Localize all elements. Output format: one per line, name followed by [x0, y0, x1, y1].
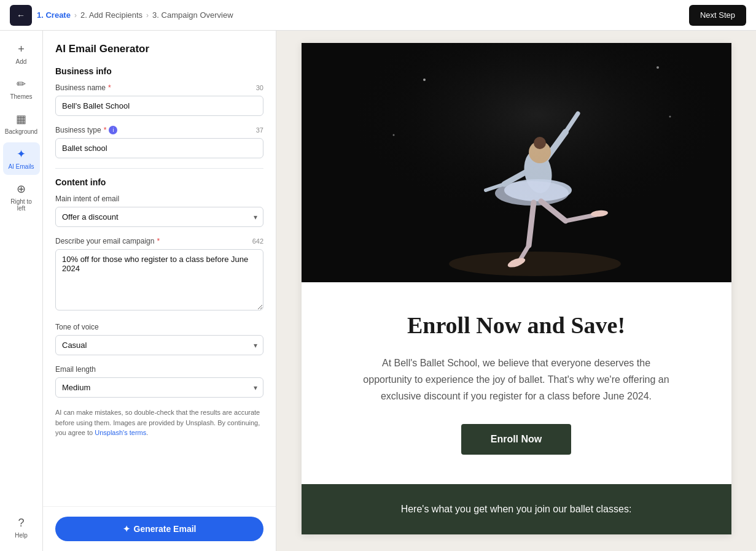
svg-point-20 — [392, 134, 394, 136]
email-length-select[interactable]: Short Medium Long — [55, 377, 263, 398]
info-icon: i — [109, 126, 117, 134]
required-star-2: * — [104, 126, 107, 134]
sidebar-item-ai-emails[interactable]: ✦ AI Emails — [3, 142, 40, 175]
ai-email-panel: AI Email Generator Business info Busines… — [43, 31, 276, 551]
business-name-label: Business name — [55, 83, 106, 92]
generate-email-button[interactable]: ✦ Generate Email — [55, 517, 263, 541]
back-button[interactable]: ← — [10, 5, 32, 26]
svg-point-21 — [669, 116, 671, 118]
tone-label: Tone of voice — [55, 323, 99, 331]
sidebar-item-help[interactable]: ? Help — [3, 512, 40, 544]
campaign-desc-label: Describe your email campaign — [55, 237, 154, 245]
business-name-field-group: Business name * 30 — [55, 83, 263, 116]
email-length-label: Email length — [55, 365, 96, 374]
ballet-dancer-illustration — [302, 43, 731, 282]
business-type-label: Business type — [55, 126, 101, 134]
themes-icon: ✏ — [17, 77, 26, 91]
email-footer-text: Here's what you get when you join our ba… — [338, 504, 695, 515]
main-layout: + Add ✏ Themes ▦ Background ✦ AI Emails … — [0, 31, 756, 551]
campaign-desc-label-row: Describe your email campaign * 642 — [55, 237, 263, 245]
email-footer-banner: Here's what you get when you join our ba… — [302, 484, 731, 534]
help-label: Help — [15, 532, 28, 539]
business-type-field-group: Business type * i 37 — [55, 126, 263, 158]
help-icon: ? — [18, 517, 24, 530]
add-label: Add — [16, 58, 27, 65]
main-intent-select-wrapper: Offer a discount Announce event Newslett… — [55, 207, 263, 227]
main-intent-select[interactable]: Offer a discount Announce event Newslett… — [55, 207, 263, 227]
generate-email-label: Generate Email — [134, 524, 197, 534]
business-name-input[interactable] — [55, 96, 263, 116]
email-hero-image — [302, 43, 731, 282]
top-navigation: ← 1. Create › 2. Add Recipients › 3. Cam… — [0, 0, 756, 31]
disclaimer-text: AI can make mistakes, so double-check th… — [55, 407, 263, 438]
breadcrumb: 1. Create › 2. Add Recipients › 3. Campa… — [37, 10, 684, 20]
divider — [55, 168, 263, 169]
svg-rect-17 — [302, 43, 731, 282]
right-to-left-icon: ⊕ — [17, 182, 26, 196]
sidebar-item-add[interactable]: + Add — [3, 38, 40, 70]
themes-label: Themes — [10, 93, 32, 100]
sparkle-icon: ✦ — [123, 524, 130, 534]
chevron-icon: › — [74, 11, 77, 20]
tone-label-row: Tone of voice — [55, 323, 263, 331]
tone-select[interactable]: Casual Formal Friendly Professional — [55, 335, 263, 355]
email-content-block: Enroll Now and Save! At Bell's Ballet Sc… — [302, 282, 731, 484]
tone-field-group: Tone of voice Casual Formal Friendly Pro… — [55, 323, 263, 355]
campaign-desc-field-group: Describe your email campaign * 642 10% o… — [55, 237, 263, 313]
business-name-char-count: 30 — [256, 84, 263, 91]
content-info-section: Content info — [55, 177, 263, 187]
campaign-desc-textarea[interactable]: 10% off for those who register to a clas… — [55, 249, 263, 310]
sidebar-item-background[interactable]: ▦ Background — [3, 107, 40, 140]
svg-point-18 — [423, 79, 426, 81]
sidebar-item-right-to-left[interactable]: ⊕ Right to left — [3, 177, 40, 217]
step-3[interactable]: 3. Campaign Overview — [152, 10, 233, 20]
chevron-icon-2: › — [146, 11, 149, 20]
enroll-now-button[interactable]: Enroll Now — [461, 424, 572, 455]
business-type-label-row: Business type * i 37 — [55, 126, 263, 134]
sidebar-item-themes[interactable]: ✏ Themes — [3, 72, 40, 105]
panel-title: AI Email Generator — [55, 43, 263, 55]
unsplash-link[interactable]: Unsplash's terms — [95, 429, 146, 436]
tone-select-wrapper: Casual Formal Friendly Professional ▾ — [55, 335, 263, 355]
email-length-field-group: Email length Short Medium Long ▾ — [55, 365, 263, 398]
panel-footer: ✦ Generate Email — [43, 506, 276, 551]
campaign-char-count: 642 — [252, 237, 263, 245]
ai-emails-icon: ✦ — [17, 147, 26, 161]
business-name-label-row: Business name * 30 — [55, 83, 263, 92]
business-type-input[interactable] — [55, 138, 263, 158]
background-label: Background — [5, 128, 37, 135]
right-to-left-label: Right to left — [7, 198, 36, 212]
email-length-select-wrapper: Short Medium Long ▾ — [55, 377, 263, 398]
ai-emails-label: AI Emails — [8, 163, 34, 170]
step-1[interactable]: 1. Create — [37, 10, 71, 20]
main-intent-label: Main intent of email — [55, 195, 119, 203]
svg-point-19 — [657, 66, 659, 69]
back-icon: ← — [17, 10, 25, 20]
email-length-label-row: Email length — [55, 365, 263, 374]
business-type-char-count: 37 — [256, 126, 263, 134]
email-preview-area: Enroll Now and Save! At Bell's Ballet Sc… — [276, 31, 756, 551]
email-preview: Enroll Now and Save! At Bell's Ballet Sc… — [302, 43, 731, 534]
icon-bar: + Add ✏ Themes ▦ Background ✦ AI Emails … — [0, 31, 43, 551]
email-body-text: At Bell's Ballet School, we believe that… — [357, 355, 676, 405]
next-step-button[interactable]: Next Step — [689, 5, 746, 26]
add-icon: + — [18, 43, 25, 56]
required-star-3: * — [157, 237, 160, 245]
panel-body: AI Email Generator Business info Busines… — [43, 31, 276, 506]
background-icon: ▦ — [16, 112, 26, 126]
step-2[interactable]: 2. Add Recipients — [80, 10, 142, 20]
business-info-section: Business info — [55, 66, 263, 76]
main-intent-label-row: Main intent of email — [55, 195, 263, 203]
email-headline: Enroll Now and Save! — [338, 312, 695, 340]
main-intent-field-group: Main intent of email Offer a discount An… — [55, 195, 263, 227]
required-star: * — [108, 83, 111, 92]
